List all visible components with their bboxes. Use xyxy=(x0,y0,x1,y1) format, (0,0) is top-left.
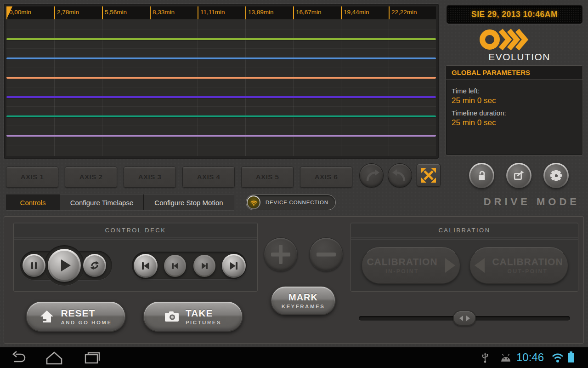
take-button-subtitle: PICTURES xyxy=(186,320,221,325)
loop-icon xyxy=(89,259,101,271)
timeline-duration-label: Timeline duration: xyxy=(452,109,577,117)
calibration-slider-handle[interactable] xyxy=(453,310,476,326)
gridline-horizontal xyxy=(6,106,436,107)
tab-controls[interactable]: Controls xyxy=(6,194,60,210)
camera-icon xyxy=(164,311,179,322)
control-deck-panel: CONTROL DECK xyxy=(13,223,258,292)
back-nav-icon[interactable] xyxy=(10,351,28,365)
status-clock: 10:46 xyxy=(516,351,544,364)
axis-button-1[interactable]: AXIS 1 xyxy=(6,167,58,188)
triangle-left-icon xyxy=(475,258,485,273)
gridline-horizontal xyxy=(6,145,436,145)
gear-icon xyxy=(550,169,562,182)
timeline-duration-value: 25 min 0 sec xyxy=(452,118,577,127)
calibration-out-title: CALIBRATION xyxy=(492,256,563,267)
timeline-ruler[interactable]: 0,00min2,78min5,56min8,33min11,11min13,8… xyxy=(6,6,436,19)
wifi-icon xyxy=(250,199,258,206)
gridline-horizontal xyxy=(6,126,436,126)
home-nav-icon[interactable] xyxy=(45,351,63,365)
gridline-horizontal xyxy=(6,87,436,87)
gridline-horizontal xyxy=(6,68,436,68)
mark-button-subtitle: KEYFRAMES xyxy=(282,304,325,309)
minus-icon xyxy=(317,245,336,264)
prev-keyframe-icon xyxy=(165,256,185,276)
device-connection-button[interactable]: DEVICE CONNECTION xyxy=(246,195,336,210)
android-debug-icon xyxy=(500,354,512,362)
triangle-right-icon xyxy=(445,258,455,273)
tab-bar: ControlsConfigure TimelapseConfigure Sto… xyxy=(6,194,234,210)
axis-button-5[interactable]: AXIS 5 xyxy=(241,167,294,188)
plus-icon xyxy=(271,245,290,264)
mark-button-title: MARK xyxy=(288,292,318,303)
share-button[interactable] xyxy=(506,163,531,188)
undo-icon xyxy=(391,167,409,185)
time-left-value: 25 min 0 sec xyxy=(452,96,577,105)
take-button-title: TAKE xyxy=(186,308,221,319)
tab-configure-stop-motion[interactable]: Configure Stop Motion xyxy=(144,194,234,210)
share-icon xyxy=(513,169,525,182)
wifi-status-icon xyxy=(551,352,564,363)
drive-mode-label: DRIVE MODE xyxy=(459,196,580,208)
expand-icon xyxy=(420,167,437,184)
skip-end-icon xyxy=(223,255,244,276)
device-connection-label: DEVICE CONNECTION xyxy=(266,195,335,210)
calibration-in-title: CALIBRATION xyxy=(367,256,437,267)
tab-configure-timelapse[interactable]: Configure Timelapse xyxy=(60,194,144,210)
calibration-in-point-button[interactable]: CALIBRATION IN-POINT xyxy=(362,247,460,284)
pause-icon xyxy=(24,255,44,276)
timeline-curve-2[interactable] xyxy=(6,58,436,59)
home-icon xyxy=(40,310,54,323)
pause-button[interactable] xyxy=(23,254,45,277)
play-icon xyxy=(50,251,79,280)
add-keyframe-button[interactable] xyxy=(264,237,298,271)
expand-fullscreen-button[interactable] xyxy=(417,164,441,187)
play-button[interactable] xyxy=(48,249,81,282)
axis-button-2[interactable]: AXIS 2 xyxy=(65,167,117,188)
clock-display: SIE 29, 2013 10:46AM xyxy=(447,5,582,24)
calibration-out-subtitle: OUT-POINT xyxy=(492,268,563,275)
skip-to-end-button[interactable] xyxy=(222,254,246,278)
settings-button[interactable] xyxy=(543,163,569,188)
take-pictures-button[interactable]: TAKE PICTURES xyxy=(143,301,243,332)
slider-right-arrow-icon xyxy=(466,316,470,321)
global-parameters-title: GLOBAL PARAMETERS xyxy=(446,66,582,80)
skip-start-icon xyxy=(135,255,156,276)
timeline-chart-area[interactable] xyxy=(6,19,436,156)
remove-keyframe-button[interactable] xyxy=(309,237,343,271)
reset-button-subtitle: AND GO HOME xyxy=(61,320,112,325)
gridline-horizontal xyxy=(6,29,436,29)
global-parameters-panel: GLOBAL PARAMETERS Time left: 25 min 0 se… xyxy=(446,65,583,155)
redo-button[interactable] xyxy=(359,163,384,188)
lock-button[interactable] xyxy=(469,163,494,188)
wifi-badge xyxy=(247,196,260,209)
loop-button[interactable] xyxy=(83,254,106,277)
timeline-curve-1[interactable] xyxy=(6,38,436,40)
usb-icon xyxy=(481,352,489,363)
skip-to-start-button[interactable] xyxy=(134,254,158,278)
recents-nav-icon[interactable] xyxy=(84,351,101,365)
axis-button-6[interactable]: AXIS 6 xyxy=(300,167,352,188)
calibration-title: CALIBRATION xyxy=(351,223,578,236)
axis-button-row: AXIS 1AXIS 2AXIS 3AXIS 4AXIS 5AXIS 6 xyxy=(6,167,352,188)
axis-button-4[interactable]: AXIS 4 xyxy=(182,167,235,188)
timeline-curve-5[interactable] xyxy=(6,115,436,117)
gridline-horizontal xyxy=(6,48,436,49)
app-screen: 0,00min2,78min5,56min8,33min11,11min13,8… xyxy=(0,0,588,368)
next-keyframe-button[interactable] xyxy=(193,255,215,277)
undo-button[interactable] xyxy=(388,163,412,188)
next-keyframe-icon xyxy=(195,256,214,276)
logo-wordmark: EVOLUTION xyxy=(478,52,550,63)
time-left-label: Time left: xyxy=(452,87,577,95)
mark-keyframes-button[interactable]: MARK KEYFRAMES xyxy=(271,286,336,315)
timeline-curve-4[interactable] xyxy=(6,96,436,98)
evolution-logo-icon xyxy=(480,28,531,53)
axis-button-3[interactable]: AXIS 3 xyxy=(124,167,176,188)
timeline-panel: 0,00min2,78min5,56min8,33min11,11min13,8… xyxy=(4,4,439,159)
prev-keyframe-button[interactable] xyxy=(164,255,186,277)
timeline-curve-6[interactable] xyxy=(6,135,436,137)
redo-icon xyxy=(362,167,381,185)
timeline-curve-3[interactable] xyxy=(6,77,436,79)
calibration-panel: CALIBRATION CALIBRATION IN-POINT CALIBRA… xyxy=(351,223,578,292)
reset-go-home-button[interactable]: RESET AND GO HOME xyxy=(26,301,126,332)
calibration-out-point-button[interactable]: CALIBRATION OUT-POINT xyxy=(469,247,568,284)
